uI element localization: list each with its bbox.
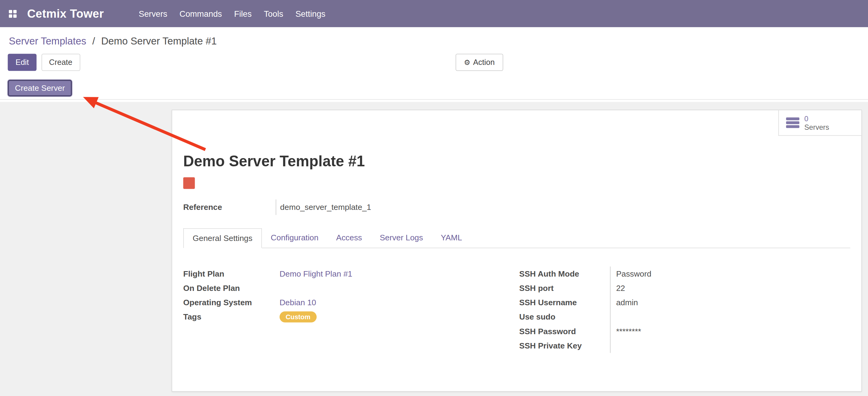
breadcrumb: Server Templates / Demo Server Template … <box>0 27 868 52</box>
apps-grid-icon[interactable] <box>9 10 17 17</box>
field-groups: Flight Plan Demo Flight Plan #1 On Delet… <box>183 266 850 353</box>
tab-yaml[interactable]: YAML <box>432 228 471 248</box>
page: Cetmix Tower Servers Commands Files Tool… <box>0 0 868 396</box>
actions-row: Create Server <box>0 80 868 100</box>
ssh-auth-mode-value[interactable]: Password <box>610 266 850 281</box>
field-row-on-delete-plan: On Delete Plan <box>183 281 519 295</box>
ssh-password-label: SSH Password <box>519 327 610 336</box>
form-sheet: 0 Servers Demo Server Template #1 Refere… <box>172 110 862 392</box>
field-row-operating-system: Operating System Debian 10 <box>183 295 519 310</box>
reference-value[interactable]: demo_server_template_1 <box>276 203 371 212</box>
color-swatch[interactable] <box>183 177 195 189</box>
action-button[interactable]: ⚙Action <box>456 54 503 71</box>
field-row-ssh-port: SSH port 22 <box>519 281 850 295</box>
servers-icon <box>786 118 800 128</box>
use-sudo-value[interactable] <box>610 310 850 324</box>
use-sudo-label: Use sudo <box>519 313 610 321</box>
servers-label: Servers <box>804 123 829 131</box>
action-button-label: Action <box>473 58 495 66</box>
nav-item-files[interactable]: Files <box>228 0 258 27</box>
nav-item-commands[interactable]: Commands <box>174 0 228 27</box>
servers-stat-button[interactable]: 0 Servers <box>778 110 861 136</box>
nav-item-tools[interactable]: Tools <box>258 0 289 27</box>
tags-value: Custom <box>280 311 520 322</box>
flight-plan-value[interactable]: Demo Flight Plan #1 <box>280 269 520 278</box>
content-area: 0 Servers Demo Server Template #1 Refere… <box>0 102 868 396</box>
top-navbar: Cetmix Tower Servers Commands Files Tool… <box>0 0 868 27</box>
field-row-ssh-private-key: SSH Private Key <box>519 338 850 353</box>
breadcrumb-separator: / <box>92 35 95 46</box>
app-brand[interactable]: Cetmix Tower <box>27 7 104 21</box>
main-menu: Servers Commands Files Tools Settings <box>133 0 332 27</box>
ssh-password-value[interactable]: ******** <box>610 324 850 338</box>
tab-general-settings[interactable]: General Settings <box>183 228 262 248</box>
record-title: Demo Server Template #1 <box>183 152 850 170</box>
tab-configuration[interactable]: Configuration <box>262 228 327 248</box>
tab-server-logs[interactable]: Server Logs <box>371 228 432 248</box>
breadcrumb-current: Demo Server Template #1 <box>101 35 217 46</box>
field-group-right: SSH Auth Mode Password SSH port 22 SSH U… <box>519 266 850 353</box>
servers-stat-text: 0 Servers <box>804 115 829 131</box>
field-row-tags: Tags Custom <box>183 310 519 324</box>
servers-count: 0 <box>804 115 829 123</box>
sheet-body: Demo Server Template #1 Reference demo_s… <box>172 152 862 353</box>
ssh-port-label: SSH port <box>519 284 610 292</box>
ssh-username-label: SSH Username <box>519 298 610 307</box>
reference-field: Reference demo_server_template_1 <box>183 200 850 215</box>
field-row-ssh-auth-mode: SSH Auth Mode Password <box>519 266 850 281</box>
ssh-auth-mode-label: SSH Auth Mode <box>519 269 610 278</box>
ssh-username-value[interactable]: admin <box>610 295 850 310</box>
operating-system-label: Operating System <box>183 298 279 307</box>
reference-label: Reference <box>183 203 276 212</box>
field-row-ssh-username: SSH Username admin <box>519 295 850 310</box>
tags-label: Tags <box>183 313 279 321</box>
field-row-flight-plan: Flight Plan Demo Flight Plan #1 <box>183 266 519 281</box>
tag-badge-custom[interactable]: Custom <box>280 311 316 322</box>
ssh-port-value[interactable]: 22 <box>610 281 850 295</box>
control-panel: Edit Create ⚙Action <box>0 54 868 71</box>
field-row-use-sudo: Use sudo <box>519 310 850 324</box>
create-server-button[interactable]: Create Server <box>8 80 72 96</box>
ssh-private-key-value[interactable] <box>610 338 850 353</box>
gear-icon: ⚙ <box>464 58 470 66</box>
nav-item-servers[interactable]: Servers <box>133 0 174 27</box>
notebook-tabs: General Settings Configuration Access Se… <box>183 228 850 248</box>
create-button[interactable]: Create <box>41 54 80 71</box>
on-delete-plan-label: On Delete Plan <box>183 284 279 292</box>
breadcrumb-parent-link[interactable]: Server Templates <box>9 35 86 46</box>
edit-button[interactable]: Edit <box>8 54 36 71</box>
tab-access[interactable]: Access <box>327 228 371 248</box>
field-row-ssh-password: SSH Password ******** <box>519 324 850 338</box>
operating-system-value[interactable]: Debian 10 <box>280 298 520 307</box>
nav-item-settings[interactable]: Settings <box>289 0 332 27</box>
flight-plan-label: Flight Plan <box>183 269 279 278</box>
field-group-left: Flight Plan Demo Flight Plan #1 On Delet… <box>183 266 519 353</box>
ssh-private-key-label: SSH Private Key <box>519 341 610 350</box>
